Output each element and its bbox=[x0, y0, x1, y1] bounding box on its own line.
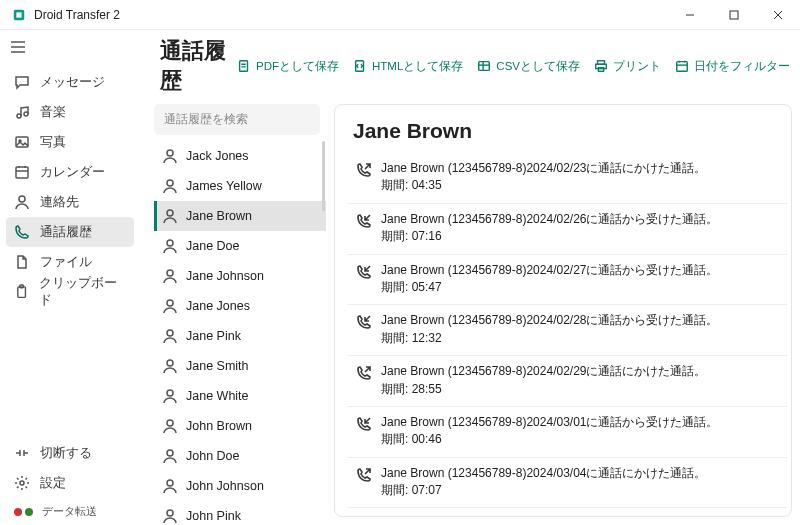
status-dot-red bbox=[14, 508, 22, 516]
contact-name: Jane Smith bbox=[186, 359, 249, 373]
save-csv-button[interactable]: CSVとして保存 bbox=[477, 59, 580, 74]
contact-item[interactable]: Jane White bbox=[154, 381, 326, 411]
sidebar-item-calendar[interactable]: カレンダー bbox=[6, 157, 134, 187]
sidebar-item-label: 切断する bbox=[40, 445, 92, 462]
contact-item[interactable]: John Brown bbox=[154, 411, 326, 441]
sidebar-item-label: 設定 bbox=[40, 475, 66, 492]
save-csv-label: CSVとして保存 bbox=[496, 59, 580, 74]
sidebar-item-messages[interactable]: メッセージ bbox=[6, 67, 134, 97]
contact-item[interactable]: James Yellow bbox=[154, 171, 326, 201]
contact-name: Jane White bbox=[186, 389, 249, 403]
sidebar-item-calllog[interactable]: 通話履歴 bbox=[6, 217, 134, 247]
status-label: データ転送 bbox=[42, 504, 97, 519]
date-filter-button[interactable]: 日付をフィルター bbox=[675, 59, 790, 74]
contact-item[interactable]: Jane Brown bbox=[154, 201, 326, 231]
call-text: Jane Brown (123456789-8)2024/02/29に通話にかけ… bbox=[381, 363, 707, 398]
selected-contact-title: Jane Brown bbox=[335, 105, 791, 153]
left-sidebar: メッセージ音楽写真カレンダー連絡先通話履歴ファイルクリップボード 切断する設定 … bbox=[0, 30, 140, 525]
person-icon bbox=[162, 178, 178, 194]
save-pdf-button[interactable]: PDFとして保存 bbox=[237, 59, 339, 74]
contact-name: John Doe bbox=[186, 449, 240, 463]
contact-item[interactable]: John Pink bbox=[154, 501, 326, 525]
contact-name: Jane Pink bbox=[186, 329, 241, 343]
page-title: 通話履歴 bbox=[160, 36, 237, 96]
search-placeholder: 通話履歴を検索 bbox=[164, 112, 248, 126]
contact-item[interactable]: John Johnson bbox=[154, 471, 326, 501]
files-icon bbox=[14, 254, 30, 270]
contact-item[interactable]: Jane Jones bbox=[154, 291, 326, 321]
svg-rect-3 bbox=[730, 11, 738, 19]
outgoing-call-icon bbox=[353, 160, 375, 178]
sidebar-item-photos[interactable]: 写真 bbox=[6, 127, 134, 157]
toolbar: PDFとして保存 HTMLとして保存 CSVとして保存 プリント 日付をフィルタ… bbox=[237, 59, 790, 74]
status-row: データ転送 bbox=[6, 498, 134, 519]
sidebar-item-label: メッセージ bbox=[40, 74, 105, 91]
call-row[interactable]: Jane Brown (123456789-8)2024/03/05に通話から受… bbox=[347, 508, 787, 516]
call-detail-panel: Jane Brown Jane Brown (123456789-8)2024/… bbox=[334, 104, 792, 517]
contact-name: Jane Doe bbox=[186, 239, 240, 253]
sidebar-item-clipboard[interactable]: クリップボード bbox=[6, 277, 134, 307]
music-icon bbox=[14, 104, 30, 120]
maximize-button[interactable] bbox=[712, 0, 756, 30]
close-button[interactable] bbox=[756, 0, 800, 30]
call-row[interactable]: Jane Brown (123456789-8)2024/03/04に通話にかけ… bbox=[347, 458, 787, 509]
page-header: 通話履歴 PDFとして保存 HTMLとして保存 CSVとして保存 プリント bbox=[140, 30, 800, 102]
call-text: Jane Brown (123456789-8)2024/03/05に通話から受… bbox=[381, 515, 719, 516]
print-label: プリント bbox=[613, 59, 661, 74]
sidebar-item-settings[interactable]: 設定 bbox=[6, 468, 134, 498]
contact-item[interactable]: Jane Smith bbox=[154, 351, 326, 381]
incoming-call-icon bbox=[353, 312, 375, 330]
contact-list[interactable]: Jack JonesJames YellowJane BrownJane Doe… bbox=[154, 141, 326, 525]
contact-item[interactable]: Jane Pink bbox=[154, 321, 326, 351]
call-duration: 期間: 05:47 bbox=[381, 279, 719, 296]
svg-rect-21 bbox=[240, 61, 248, 72]
svg-rect-11 bbox=[16, 137, 28, 147]
svg-rect-1 bbox=[16, 12, 21, 17]
contact-item[interactable]: Jane Doe bbox=[154, 231, 326, 261]
call-row[interactable]: Jane Brown (123456789-8)2024/02/28に通話から受… bbox=[347, 305, 787, 356]
call-duration: 期間: 28:55 bbox=[381, 381, 707, 398]
hamburger-button[interactable] bbox=[6, 34, 134, 67]
call-line1: Jane Brown (123456789-8)2024/03/01に通話から受… bbox=[381, 414, 719, 431]
scrollbar-thumb[interactable] bbox=[322, 141, 325, 211]
person-icon bbox=[162, 148, 178, 164]
settings-icon bbox=[14, 475, 30, 491]
minimize-button[interactable] bbox=[668, 0, 712, 30]
call-row[interactable]: Jane Brown (123456789-8)2024/02/26に通話から受… bbox=[347, 204, 787, 255]
outgoing-call-icon bbox=[353, 465, 375, 483]
call-row[interactable]: Jane Brown (123456789-8)2024/02/27に通話から受… bbox=[347, 255, 787, 306]
save-html-button[interactable]: HTMLとして保存 bbox=[353, 59, 463, 74]
sidebar-item-files[interactable]: ファイル bbox=[6, 247, 134, 277]
outgoing-call-icon bbox=[353, 363, 375, 381]
call-line1: Jane Brown (123456789-8)2024/02/29に通話にかけ… bbox=[381, 363, 707, 380]
date-filter-label: 日付をフィルター bbox=[694, 59, 790, 74]
contact-item[interactable]: John Doe bbox=[154, 441, 326, 471]
app-title: Droid Transfer 2 bbox=[34, 8, 668, 22]
sidebar-item-disconnect[interactable]: 切断する bbox=[6, 438, 134, 468]
call-line1: Jane Brown (123456789-8)2024/03/04に通話にかけ… bbox=[381, 465, 707, 482]
search-input[interactable]: 通話履歴を検索 bbox=[154, 104, 320, 135]
sidebar-item-music[interactable]: 音楽 bbox=[6, 97, 134, 127]
svg-point-17 bbox=[19, 196, 25, 202]
contact-item[interactable]: Jack Jones bbox=[154, 141, 326, 171]
call-row[interactable]: Jane Brown (123456789-8)2024/02/29に通話にかけ… bbox=[347, 356, 787, 407]
messages-icon bbox=[14, 74, 30, 90]
contact-name: Jack Jones bbox=[186, 149, 249, 163]
person-icon bbox=[162, 358, 178, 374]
status-dot-green bbox=[25, 508, 33, 516]
svg-rect-28 bbox=[598, 68, 603, 72]
sidebar-item-contacts[interactable]: 連絡先 bbox=[6, 187, 134, 217]
person-icon bbox=[162, 268, 178, 284]
svg-rect-29 bbox=[677, 62, 688, 72]
call-row[interactable]: Jane Brown (123456789-8)2024/02/23に通話にかけ… bbox=[347, 153, 787, 204]
call-row[interactable]: Jane Brown (123456789-8)2024/03/01に通話から受… bbox=[347, 407, 787, 458]
incoming-call-icon bbox=[353, 262, 375, 280]
call-list[interactable]: Jane Brown (123456789-8)2024/02/23に通話にかけ… bbox=[335, 153, 791, 516]
call-text: Jane Brown (123456789-8)2024/02/28に通話から受… bbox=[381, 312, 719, 347]
person-icon bbox=[162, 328, 178, 344]
print-button[interactable]: プリント bbox=[594, 59, 661, 74]
person-icon bbox=[162, 418, 178, 434]
contact-item[interactable]: Jane Johnson bbox=[154, 261, 326, 291]
call-line1: Jane Brown (123456789-8)2024/02/28に通話から受… bbox=[381, 312, 719, 329]
incoming-call-icon bbox=[353, 211, 375, 229]
